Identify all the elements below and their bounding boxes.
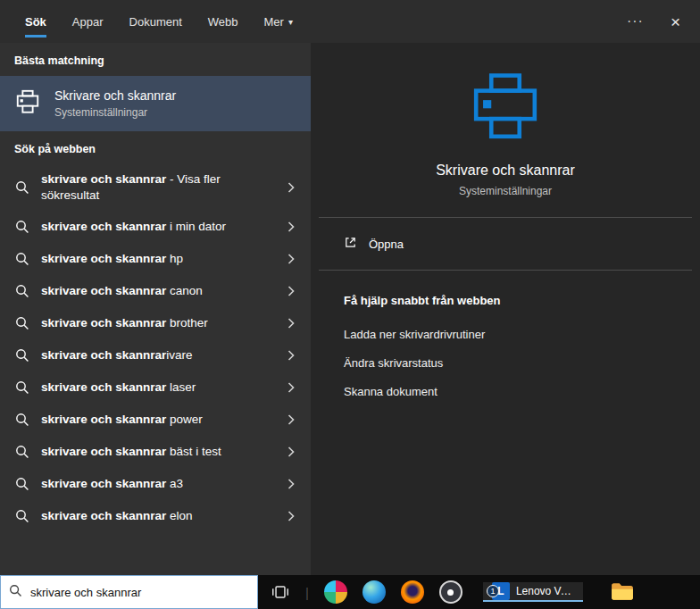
suggestion-suffix: laser [166, 380, 196, 394]
results-panel: Bästa matchning Skrivare och skannrar S [0, 43, 311, 575]
preview-panel: Skrivare och skannrar Systeminställninga… [311, 43, 700, 575]
search-suggestion-row[interactable]: skrivare och skannrar a3 [0, 468, 311, 500]
tab-appar[interactable]: Appar [72, 0, 104, 43]
tab-sok[interactable]: Sök [25, 0, 46, 43]
chevron-down-icon: ▾ [288, 17, 293, 27]
suggestion-suffix: elon [166, 509, 192, 522]
search-icon [15, 316, 29, 330]
tab-dokument[interactable]: Dokument [129, 0, 182, 43]
printer-icon [14, 88, 41, 119]
search-suggestion-row[interactable]: skrivare och skannrar hp [0, 243, 311, 275]
search-suggestion-row[interactable]: skrivare och skannrar bäst i test [0, 436, 311, 468]
printer-icon-large [468, 70, 543, 145]
chevron-right-icon[interactable] [284, 475, 298, 493]
chevron-right-icon[interactable] [284, 507, 298, 525]
suggestion-query: skrivare och skannrar [41, 172, 166, 186]
taskbar: | L Lenovo Va... 1 [0, 575, 700, 609]
suggestion-suffix: a3 [166, 477, 183, 490]
suggestion-query: skrivare och skannrar [41, 477, 166, 490]
search-filter-tabbar: Sök Appar Dokument Webb Mer ▾ ··· × [0, 0, 700, 43]
chevron-right-icon[interactable] [284, 346, 298, 364]
search-flyout-window: Sök Appar Dokument Webb Mer ▾ ··· × Bäst… [0, 0, 700, 609]
preview-subtitle: Systeminställningar [311, 185, 700, 197]
suggestion-query: skrivare och skannrar [41, 509, 166, 522]
search-icon [9, 584, 22, 601]
search-suggestion-row[interactable]: skrivare och skannrar power [0, 404, 311, 436]
task-view-icon[interactable] [271, 582, 290, 602]
best-match-result[interactable]: Skrivare och skannrar Systeminställninga… [0, 76, 311, 131]
suggestion-suffix: ivare [166, 348, 192, 362]
suggestion-query: skrivare och skannrar [41, 252, 166, 265]
chevron-right-icon[interactable] [284, 250, 298, 268]
best-match-subtitle: Systeminställningar [54, 106, 176, 119]
suggestion-query: skrivare och skannrar [41, 413, 166, 426]
open-in-new-icon [344, 236, 357, 252]
search-icon [15, 348, 29, 363]
help-link-drivers[interactable]: Ladda ner skrivardrivrutiner [344, 328, 485, 341]
taskbar-search-box[interactable] [0, 575, 258, 609]
search-icon [15, 284, 29, 298]
close-icon[interactable]: × [671, 13, 680, 30]
firefox-icon[interactable] [401, 580, 424, 604]
search-content: Bästa matchning Skrivare och skannrar S [0, 43, 700, 575]
lenovo-window-button[interactable]: L Lenovo Va... 1 [483, 582, 583, 602]
dot-app-icon[interactable] [439, 580, 462, 604]
help-link-status[interactable]: Ändra skrivarstatus [344, 356, 443, 370]
best-match-header: Bästa matchning [0, 43, 311, 76]
suggestion-query: skrivare och skannrar [41, 348, 166, 362]
search-icon [15, 413, 29, 427]
divider [319, 270, 692, 271]
file-explorer-icon[interactable] [611, 582, 634, 602]
colorful-app-icon[interactable] [324, 580, 347, 604]
search-icon [15, 180, 29, 195]
taskbar-separator: | [305, 585, 309, 600]
web-search-header: Sök på webben [0, 131, 311, 164]
chevron-right-icon[interactable] [284, 411, 298, 429]
search-suggestion-row[interactable]: skrivare och skannrar laser [0, 371, 311, 404]
suggestion-query: skrivare och skannrar [41, 220, 166, 233]
chevron-right-icon[interactable] [284, 218, 298, 236]
search-icon [15, 380, 29, 395]
suggestion-suffix: bäst i test [166, 445, 221, 458]
taskbar-icons: | L Lenovo Va... 1 [258, 575, 634, 609]
search-suggestion-row[interactable]: skrivare och skannrar - Visa fler sökres… [0, 164, 311, 211]
suggestion-query: skrivare och skannrar [41, 316, 166, 330]
chevron-right-icon[interactable] [284, 379, 298, 396]
open-label: Öppna [369, 238, 404, 251]
search-suggestion-row[interactable]: skrivare och skannrarivare [0, 339, 311, 371]
suggestion-suffix: canon [166, 284, 203, 297]
edge-browser-icon[interactable] [362, 580, 386, 604]
window-button-label: Lenovo Va... [516, 585, 574, 597]
taskbar-search-input[interactable] [30, 586, 249, 599]
tab-webb[interactable]: Webb [208, 0, 238, 43]
search-suggestion-row[interactable]: skrivare och skannrar elon [0, 500, 311, 532]
more-options-icon[interactable]: ··· [627, 13, 644, 29]
chevron-right-icon[interactable] [284, 282, 298, 300]
search-icon [15, 252, 29, 266]
suggestion-suffix: i min dator [166, 220, 226, 233]
web-help-header: Få hjälp snabbt från webben [344, 294, 700, 307]
search-icon [15, 220, 29, 234]
dot-app-center [447, 589, 454, 596]
search-icon [15, 445, 29, 459]
search-icon [15, 477, 29, 491]
tab-mer[interactable]: Mer ▾ [264, 0, 293, 43]
search-suggestion-row[interactable]: skrivare och skannrar i min dator [0, 211, 311, 243]
suggestion-query: skrivare och skannrar [41, 284, 166, 297]
suggestion-query: skrivare och skannrar [41, 445, 166, 458]
search-icon [15, 509, 29, 523]
preview-title: Skrivare och skannrar [311, 163, 700, 179]
chevron-right-icon[interactable] [284, 179, 298, 196]
suggestion-query: skrivare och skannrar [41, 380, 166, 394]
search-suggestion-row[interactable]: skrivare och skannrar brother [0, 307, 311, 339]
suggestion-suffix: power [166, 413, 203, 426]
best-match-title: Skrivare och skannrar [54, 88, 176, 103]
chevron-right-icon[interactable] [284, 443, 298, 461]
suggestion-suffix: hp [166, 252, 183, 265]
help-link-scan[interactable]: Skanna dokument [344, 385, 438, 398]
chevron-right-icon[interactable] [284, 314, 298, 332]
notification-badge: 1 [487, 585, 499, 597]
search-suggestion-row[interactable]: skrivare och skannrar canon [0, 275, 311, 307]
suggestion-suffix: brother [166, 316, 208, 330]
open-action[interactable]: Öppna [311, 218, 700, 270]
